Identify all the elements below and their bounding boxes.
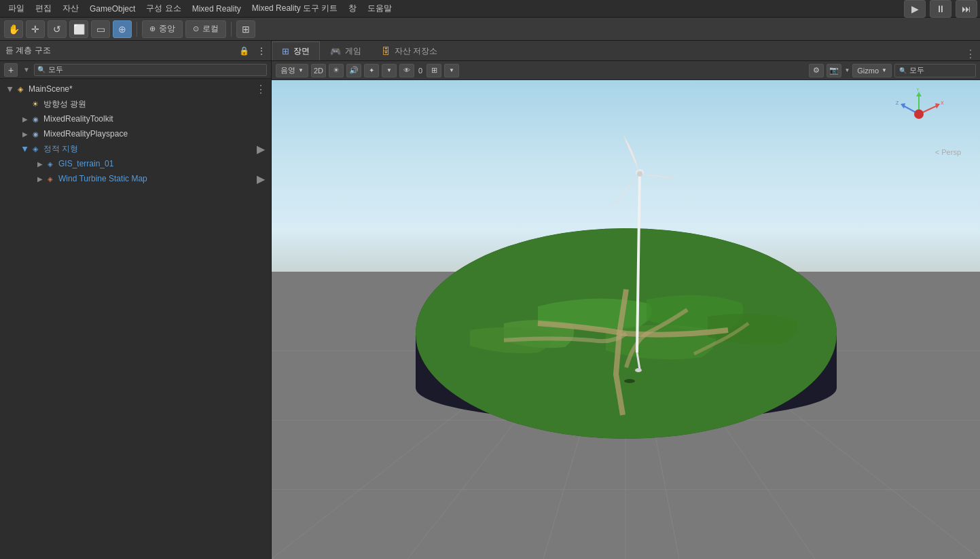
local-toggle[interactable]: ⊙ 로컬: [185, 20, 226, 38]
perspective-label: < Persp: [935, 148, 961, 156]
expand-arrow-wind-turbine[interactable]: ▶: [35, 174, 45, 183]
play-button[interactable]: ▶: [904, 0, 926, 18]
viewport-gizmo[interactable]: Y X Z: [893, 88, 945, 140]
shading-arrow: ▼: [298, 67, 304, 73]
tab-game[interactable]: 🎮 게임: [320, 41, 371, 60]
gis-terrain-icon: ◈: [45, 158, 56, 169]
game-tab-label: 게임: [345, 46, 361, 57]
expand-arrow-gis[interactable]: ▶: [35, 159, 45, 168]
tree-item-playspace[interactable]: ▶ ◉ MixedRealityPlayspace: [0, 126, 271, 141]
gizmo-dropdown[interactable]: Gizmo ▼: [852, 64, 892, 77]
svg-text:Z: Z: [896, 101, 899, 105]
svg-line-22: [637, 353, 640, 369]
settings-icon[interactable]: ⚙: [809, 64, 824, 77]
main-scene-more[interactable]: ⋮: [255, 83, 267, 95]
svg-text:Y: Y: [916, 88, 920, 92]
extra-tool[interactable]: ⊞: [236, 20, 255, 38]
rotate-tool[interactable]: ↺: [48, 20, 67, 38]
tree-item-direction-light[interactable]: ▶ ☀ 방향성 광원: [0, 96, 271, 111]
lighting-toggle[interactable]: ☀: [329, 64, 344, 77]
wind-turbine-svg: [598, 128, 679, 386]
menu-edit[interactable]: 편집: [30, 1, 57, 16]
scene-tab-label: 장면: [293, 46, 310, 57]
playspace-icon: ◉: [30, 128, 41, 139]
expand-arrow-static-terrain[interactable]: ▶: [20, 144, 30, 154]
add-object-button[interactable]: +: [4, 63, 18, 77]
svg-marker-27: [935, 103, 940, 109]
step-button[interactable]: ⏭: [956, 0, 977, 18]
pause-button[interactable]: ⏸: [930, 0, 951, 18]
toolbar-divider-1: [137, 22, 137, 37]
gizmo-arrow: ▼: [882, 67, 887, 73]
menu-file[interactable]: 파일: [3, 1, 30, 16]
scene-viewport[interactable]: Y X Z < Persp: [272, 80, 980, 559]
fx-toggle[interactable]: ✦: [364, 64, 379, 77]
search-placeholder: 모두: [48, 65, 63, 75]
main-scene-label: MainScene*: [29, 84, 73, 94]
2d-toggle[interactable]: 2D: [311, 64, 326, 77]
light-icon: ☀: [30, 98, 41, 109]
scene-search-icon: 🔍: [899, 67, 907, 74]
tree-item-main-scene[interactable]: ▶ ◈ MainScene* ⋮: [0, 82, 271, 96]
menu-mixed-reality-toolkit[interactable]: Mixed Reality 도구 키트: [247, 1, 344, 16]
menu-window[interactable]: 창: [343, 1, 362, 16]
fx-dropdown[interactable]: ▼: [382, 64, 397, 77]
hierarchy-title: 듣 계층 구조: [5, 45, 51, 56]
tab-scene[interactable]: ⊞ 장면: [272, 41, 320, 60]
transform-tool[interactable]: ⊕: [113, 20, 132, 38]
menu-mixed-reality[interactable]: Mixed Reality: [187, 3, 247, 15]
direction-light-label: 방향성 광원: [43, 98, 86, 110]
hierarchy-more-icon[interactable]: ⋮: [257, 46, 266, 56]
expand-arrow-toolkit[interactable]: ▶: [20, 114, 30, 124]
hierarchy-header: 듣 계층 구조 🔒 ⋮: [0, 41, 271, 61]
pivot-icon: ⊕: [149, 24, 156, 33]
hand-tool[interactable]: ✋: [4, 20, 23, 38]
svg-marker-25: [916, 92, 922, 96]
expand-arrow-playspace[interactable]: ▶: [20, 129, 30, 139]
scene-search-placeholder: 모두: [909, 65, 924, 75]
scale-tool[interactable]: ⬜: [69, 20, 88, 38]
wind-turbine-more[interactable]: ▶: [255, 173, 267, 185]
menu-help[interactable]: 도움말: [362, 1, 397, 16]
tree-item-toolkit[interactable]: ▶ ◉ MixedRealityToolkit: [0, 111, 271, 126]
tree-item-wind-turbine[interactable]: ▶ ◈ Wind Turbine Static Map ▶: [0, 171, 271, 186]
playspace-label: MixedRealityPlayspace: [43, 129, 128, 139]
scene-search[interactable]: 🔍 모두: [894, 64, 976, 77]
pivot-toggle[interactable]: ⊕ 중앙: [142, 20, 183, 38]
move-tool[interactable]: ✛: [26, 20, 45, 38]
main-toolbar: ✋ ✛ ↺ ⬜ ▭ ⊕ ⊕ 중앙 ⊙ 로컬 ⊞: [0, 18, 980, 41]
wind-turbine-icon: ◈: [45, 173, 56, 184]
camera-dropdown[interactable]: ▼: [844, 67, 850, 73]
grid-dropdown[interactable]: ▼: [444, 64, 459, 77]
scene-tab-icon: ⊞: [282, 46, 289, 56]
menu-components[interactable]: 구성 요소: [141, 1, 186, 16]
tree-item-static-terrain[interactable]: ▶ ◈ 정적 지형 ▶: [0, 141, 271, 156]
menu-assets[interactable]: 자산: [57, 1, 84, 16]
asset-tab-label: 자산 저장소: [395, 46, 437, 57]
grid-toggle[interactable]: ⊞: [427, 64, 441, 77]
svg-marker-29: [901, 103, 905, 109]
svg-line-19: [637, 169, 640, 353]
shading-dropdown[interactable]: 음영 ▼: [276, 64, 308, 77]
static-terrain-more[interactable]: ▶: [255, 143, 267, 155]
scene-tabs-more[interactable]: ⋮: [961, 48, 980, 60]
add-dropdown-icon[interactable]: ▼: [23, 66, 30, 73]
rect-tool[interactable]: ▭: [91, 20, 110, 38]
svg-point-23: [635, 368, 642, 372]
svg-point-30: [914, 109, 924, 119]
camera-icon[interactable]: 📷: [827, 64, 841, 77]
asset-tab-icon: 🗄: [382, 46, 391, 56]
audio-toggle[interactable]: 🔊: [346, 64, 361, 77]
hide-toggle[interactable]: 👁: [399, 64, 414, 77]
scene-toolbar-right: ⚙ 📷 ▼ Gizmo ▼ 🔍 모두: [809, 64, 976, 77]
tree-item-gis-terrain[interactable]: ▶ ◈ GIS_terrain_01: [0, 156, 271, 171]
lock-icon[interactable]: 🔒: [239, 46, 249, 56]
tab-asset[interactable]: 🗄 자산 저장소: [371, 41, 448, 60]
hierarchy-search[interactable]: 🔍 모두: [34, 64, 267, 76]
toolkit-icon: ◉: [30, 113, 41, 124]
local-icon: ⊙: [193, 24, 199, 33]
menu-gameobject[interactable]: GameObject: [84, 3, 141, 15]
expand-arrow-main-scene[interactable]: ▶: [5, 84, 15, 94]
svg-text:X: X: [941, 101, 944, 105]
2d-label: 2D: [314, 67, 323, 75]
